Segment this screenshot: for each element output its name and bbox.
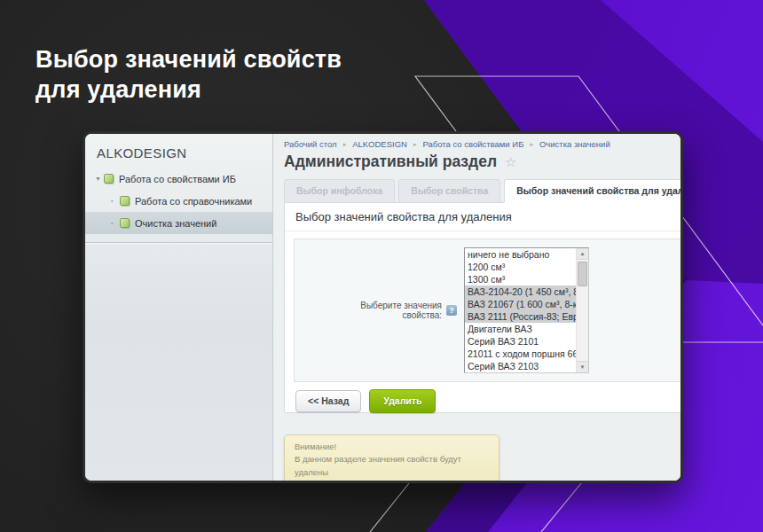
listbox-option[interactable]: ВАЗ-2104-20 (1 450 см³, 8-кл <box>465 286 576 298</box>
listbox-scrollbar[interactable]: ▲ ▼ <box>576 248 588 372</box>
tab-bar: Выбор инфоблокаВыбор свойстваВыбор значе… <box>284 178 683 203</box>
breadcrumb-item: Работа со свойствами ИБ ▸ <box>422 139 539 149</box>
breadcrumb-separator-icon: ▸ <box>413 141 417 148</box>
listbox-option[interactable]: ВАЗ 21067 (1 600 см³, 8-клап <box>465 298 576 310</box>
slide-title-line2: для удаления <box>35 74 342 105</box>
warning-box: Внимание! В данном разделе значения свой… <box>284 434 499 483</box>
back-button[interactable]: << Назад <box>295 390 361 412</box>
page-title: Административный раздел <box>284 153 497 171</box>
form-box: Выбор значений свойства для удаления ▼ В… <box>284 202 683 413</box>
scroll-up-icon[interactable]: ▲ <box>577 248 588 260</box>
sidebar: ALKODESIGN ▼ ▪ Работа со свойствами ИБ ▼… <box>85 134 273 481</box>
breadcrumb-item: ALKODESIGN ▸ <box>352 139 422 149</box>
tree-folder-icon <box>120 196 130 206</box>
breadcrumb-link[interactable]: ALKODESIGN <box>352 139 407 149</box>
listbox-option[interactable]: Серий ВАЗ 2103 <box>465 360 576 372</box>
breadcrumb-link[interactable]: Рабочий стол <box>284 139 337 149</box>
slide-title: Выбор значений свойств для удаления <box>35 44 342 105</box>
tree-item-label: Очистка значений <box>135 218 216 229</box>
listbox-option[interactable]: ничего не выбрано <box>465 248 576 261</box>
listbox-option[interactable]: 1200 см³ <box>465 261 576 273</box>
tree-folder-icon <box>104 174 114 184</box>
section-title: Выбор значений свойства для удаления <box>295 210 512 223</box>
breadcrumb: Рабочий стол ▸ ALKODESIGN ▸ Работа со св… <box>284 139 683 149</box>
tree-bullet-icon: ▪ <box>111 198 120 204</box>
listbox-option[interactable]: ВАЗ 2111 (Россия-83; Евро-2 <box>465 310 576 323</box>
favorite-star-icon[interactable]: ☆ <box>505 154 516 170</box>
tree-item-label: Работа со свойствами ИБ <box>119 174 236 184</box>
tree-folder-icon <box>120 218 130 228</box>
scrollbar-thumb[interactable] <box>578 262 587 286</box>
breadcrumb-item: Рабочий стол ▸ <box>284 139 352 149</box>
form-panel: Выберите значения свойства: ? ничего не … <box>294 239 683 382</box>
tree-bullet-icon: ▪ <box>111 220 120 226</box>
breadcrumb-separator-icon: ▸ <box>343 141 347 148</box>
main-area: Рабочий стол ▸ ALKODESIGN ▸ Работа со св… <box>273 134 683 481</box>
warning-line3: Изменения будут произведены без возможно… <box>295 479 489 483</box>
listbox-option[interactable]: 1300 см³ <box>465 273 576 286</box>
tab[interactable]: Выбор инфоблока <box>284 179 395 203</box>
breadcrumb-item: Очистка значений ▸ <box>539 139 610 149</box>
sidebar-divider <box>85 242 272 244</box>
breadcrumb-link[interactable]: Работа со свойствами ИБ <box>422 139 523 149</box>
warning-title: Внимание! <box>295 441 489 453</box>
tree-expand-icon[interactable]: ▼ <box>95 176 104 182</box>
sidebar-tree-item[interactable]: ▼ ▪ Работа со свойствами ИБ <box>85 168 272 190</box>
sidebar-tree-item[interactable]: ▼ ▪ Работа со справочниками <box>85 190 272 212</box>
field-label: Выберите значения свойства: <box>321 301 442 320</box>
slide-stage: Выбор значений свойств для удаления ALKO… <box>0 0 763 532</box>
breadcrumb-link[interactable]: Очистка значений <box>539 139 610 149</box>
app-logo: ALKODESIGN <box>97 145 272 160</box>
breadcrumb-separator-icon: ▸ <box>530 141 533 148</box>
tree-item-label: Работа со справочниками <box>135 196 252 207</box>
tab[interactable]: Выбор значений свойства для удаления <box>504 179 683 203</box>
section-header[interactable]: Выбор значений свойства для удаления ▼ <box>285 203 683 231</box>
delete-button[interactable]: Удалить <box>369 389 436 413</box>
tab[interactable]: Выбор свойства <box>398 179 500 203</box>
listbox-option[interactable]: Серий ВАЗ 2101 <box>465 335 576 348</box>
property-values-listbox[interactable]: ничего не выбрано1200 см³1300 см³ВАЗ-210… <box>464 247 589 373</box>
scroll-down-icon[interactable]: ▼ <box>577 361 588 372</box>
warning-line2: В данном разделе значения свойств будут … <box>295 453 489 479</box>
button-row: << Назад Удалить <box>285 389 683 413</box>
screenshot-card: ALKODESIGN ▼ ▪ Работа со свойствами ИБ ▼… <box>83 131 683 483</box>
listbox-option[interactable]: 21011 с ходом поршня 66 мм <box>465 348 576 360</box>
sidebar-tree: ▼ ▪ Работа со свойствами ИБ ▼ ▪ Работа с… <box>85 168 272 234</box>
sidebar-tree-item[interactable]: ▼ ▪ Очистка значений <box>85 212 272 234</box>
listbox-option[interactable]: Двигатели ВАЗ <box>465 323 576 335</box>
slide-title-line1: Выбор значений свойств <box>35 44 342 74</box>
help-icon[interactable]: ? <box>446 305 457 316</box>
title-row: Административный раздел ☆ <box>284 153 683 171</box>
